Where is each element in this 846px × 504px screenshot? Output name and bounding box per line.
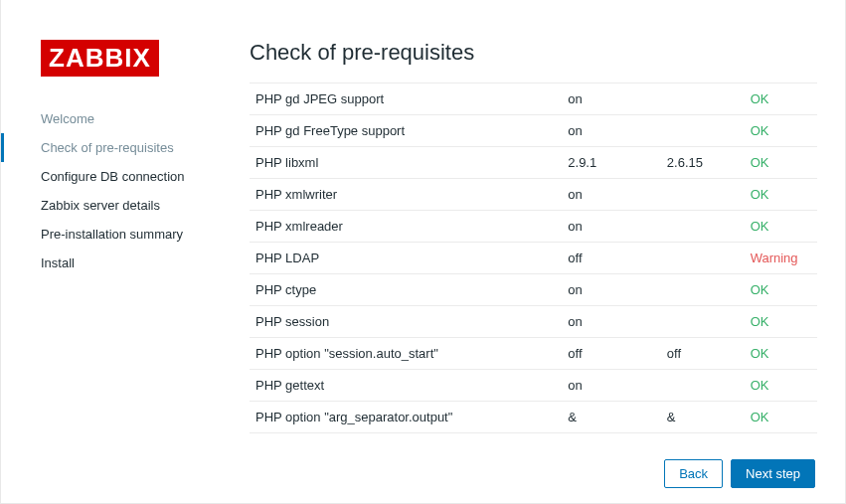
requirement-row: PHP ctypeonOK [250, 274, 817, 306]
requirement-row: PHP xmlreaderonOK [250, 211, 817, 243]
setup-container: ZABBIX WelcomeCheck of pre-requisitesCon… [0, 0, 846, 504]
page-title: Check of pre-requisites [250, 40, 845, 66]
requirement-current: on [562, 179, 661, 211]
status-ok-label: OK [751, 346, 769, 361]
requirement-required [661, 274, 745, 306]
requirement-name: PHP xmlwriter [250, 179, 562, 211]
requirement-name: PHP option "arg_separator.output" [250, 402, 562, 433]
requirement-status: OK [745, 402, 817, 433]
requirement-row: PHP sessiononOK [250, 306, 817, 338]
requirement-required [661, 306, 745, 338]
status-ok-label: OK [751, 219, 769, 234]
status-ok-label: OK [751, 187, 769, 202]
requirement-required: & [661, 402, 745, 433]
status-ok-label: OK [751, 123, 769, 138]
sidebar: ZABBIX WelcomeCheck of pre-requisitesCon… [1, 0, 235, 503]
requirement-row: PHP gd FreeType supportonOK [250, 115, 817, 147]
requirements-table: PHP gd PNG supportonOKPHP gd JPEG suppor… [250, 81, 817, 433]
requirement-status: OK [745, 370, 817, 402]
requirement-name: PHP gd JPEG support [250, 84, 562, 115]
requirement-current: on [562, 211, 661, 243]
requirement-status: OK [745, 338, 817, 370]
requirement-name: PHP libxml [250, 147, 562, 179]
nav-item[interactable]: Pre-installation summary [1, 220, 235, 249]
status-ok-label: OK [751, 410, 769, 424]
requirement-current: on [562, 115, 661, 147]
requirement-row: PHP option "arg_separator.output"&&OK [250, 402, 817, 433]
requirement-required: 2.6.15 [661, 147, 745, 179]
nav-item-label: Check of pre-requisites [41, 140, 174, 155]
nav-item-label: Install [41, 255, 75, 270]
back-button[interactable]: Back [664, 459, 723, 488]
requirement-name: PHP ctype [250, 274, 562, 306]
nav-item-label: Zabbix server details [41, 198, 160, 213]
nav-item-label: Pre-installation summary [41, 227, 183, 242]
requirements-scroll[interactable]: PHP gd PNG supportonOKPHP gd JPEG suppor… [250, 81, 825, 433]
requirement-name: PHP option "session.auto_start" [250, 338, 562, 370]
requirement-status: OK [745, 84, 817, 115]
requirement-current: on [562, 84, 661, 115]
requirement-current: on [562, 306, 661, 338]
nav-item-label: Welcome [41, 111, 94, 126]
requirement-current: 2.9.1 [562, 147, 661, 179]
main-content: Check of pre-requisites PHP gd PNG suppo… [235, 0, 845, 503]
requirement-required [661, 211, 745, 243]
requirement-current: off [562, 338, 661, 370]
requirement-status: OK [745, 306, 817, 338]
logo: ZABBIX [41, 40, 159, 77]
requirement-required [661, 243, 745, 274]
nav-item-label: Configure DB connection [41, 169, 185, 184]
status-warning-label: Warning [751, 251, 798, 265]
requirement-current: on [562, 370, 661, 402]
requirement-name: PHP LDAP [250, 243, 562, 274]
status-ok-label: OK [751, 378, 769, 393]
requirement-required: off [661, 338, 745, 370]
requirement-status: OK [745, 115, 817, 147]
requirement-status: OK [745, 274, 817, 306]
requirement-row: PHP LDAPoffWarning [250, 243, 817, 274]
requirement-current: off [562, 243, 661, 274]
nav-list: WelcomeCheck of pre-requisitesConfigure … [1, 104, 235, 277]
requirement-status: Warning [745, 243, 817, 274]
requirement-name: PHP session [250, 306, 562, 338]
requirement-required [661, 179, 745, 211]
status-ok-label: OK [751, 282, 769, 297]
requirement-name: PHP gd FreeType support [250, 115, 562, 147]
nav-item[interactable]: Install [1, 249, 235, 277]
button-bar: Back Next step [250, 444, 845, 503]
status-ok-label: OK [751, 91, 769, 106]
requirement-row: PHP gettextonOK [250, 370, 817, 402]
requirement-status: OK [745, 211, 817, 243]
requirement-status: OK [745, 179, 817, 211]
requirement-current: on [562, 274, 661, 306]
next-step-button[interactable]: Next step [731, 459, 815, 488]
status-ok-label: OK [751, 314, 769, 329]
requirement-current: & [562, 402, 661, 433]
nav-item[interactable]: Check of pre-requisites [1, 133, 235, 162]
requirement-required [661, 370, 745, 402]
nav-item[interactable]: Welcome [1, 104, 235, 133]
requirement-required [661, 84, 745, 115]
requirement-status: OK [745, 147, 817, 179]
status-ok-label: OK [751, 155, 769, 170]
requirement-row: PHP option "session.auto_start"offoffOK [250, 338, 817, 370]
requirement-row: PHP xmlwriteronOK [250, 179, 817, 211]
nav-item[interactable]: Zabbix server details [1, 191, 235, 220]
requirement-name: PHP xmlreader [250, 211, 562, 243]
requirements-wrapper: PHP gd PNG supportonOKPHP gd JPEG suppor… [250, 81, 825, 444]
requirement-required [661, 115, 745, 147]
requirement-row: PHP gd JPEG supportonOK [250, 84, 817, 115]
nav-item[interactable]: Configure DB connection [1, 162, 235, 191]
requirement-row: PHP libxml2.9.12.6.15OK [250, 147, 817, 179]
requirement-name: PHP gettext [250, 370, 562, 402]
